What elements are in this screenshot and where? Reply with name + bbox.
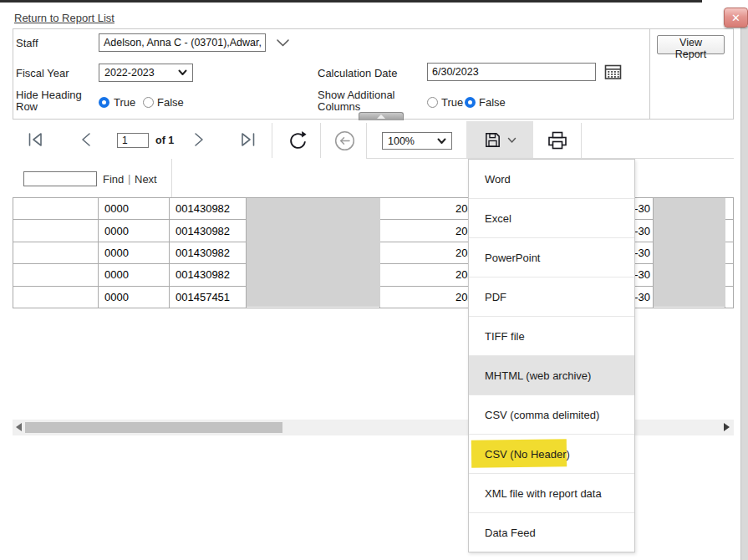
toolbar-divider — [272, 123, 272, 158]
export-menu-item-xml[interactable]: XML file with report data — [469, 473, 634, 512]
scroll-right-arrow-icon[interactable] — [724, 423, 730, 431]
toolbar-divider — [581, 123, 582, 158]
table-cell — [725, 287, 734, 308]
first-page-button[interactable] — [28, 132, 44, 147]
table-cell — [725, 198, 734, 220]
calendar-icon[interactable] — [604, 64, 622, 80]
staff-dropdown-chevron-icon[interactable] — [276, 38, 290, 48]
export-menu-item-word[interactable]: Word — [469, 160, 634, 198]
table-cell: 001430982 — [170, 242, 247, 264]
show-additional-columns-label: Show Additional Columns — [318, 89, 395, 113]
collapse-parameters-tab[interactable] — [359, 112, 404, 120]
last-page-button[interactable] — [239, 132, 256, 147]
show-additional-true-radio[interactable] — [427, 97, 438, 108]
table-cell: 0000 — [99, 242, 170, 264]
hide-heading-row-label: Hide Heading Row — [16, 89, 82, 113]
table-cell — [13, 264, 99, 286]
save-floppy-icon — [483, 130, 502, 150]
table-cell — [725, 242, 734, 264]
export-menu-item-excel[interactable]: Excel — [469, 198, 634, 237]
table-cell — [13, 287, 99, 308]
show-additional-false-radio[interactable] — [465, 97, 476, 108]
scroll-left-arrow-icon[interactable] — [16, 423, 22, 431]
redaction-block — [654, 198, 725, 307]
show-additional-false-label: False — [479, 97, 506, 109]
select-chevron-icon — [437, 138, 446, 145]
table-cell: 001430982 — [170, 198, 247, 220]
show-additional-true-label: True — [441, 97, 463, 109]
previous-page-button[interactable] — [80, 132, 92, 147]
redaction-block — [247, 198, 380, 307]
table-cell — [725, 264, 734, 286]
table-cell: 0000 — [99, 198, 170, 220]
fiscal-year-label: Fiscal Year — [16, 68, 69, 79]
fiscal-year-select[interactable]: 2022-2023 — [99, 64, 193, 82]
close-button[interactable]: ✕ — [724, 8, 748, 28]
collapse-up-arrow-icon — [377, 115, 385, 119]
hide-heading-true-radio[interactable] — [99, 97, 109, 108]
table-cell: 0000 — [99, 264, 170, 286]
print-button[interactable] — [533, 121, 581, 159]
hide-heading-false-label: False — [157, 97, 184, 109]
return-to-report-list-link[interactable]: Return to Report List — [14, 12, 114, 24]
window-top-border — [0, 0, 702, 3]
table-cell — [13, 198, 99, 220]
zoom-value: 100% — [388, 135, 415, 147]
page-vertical-scrollbar[interactable] — [740, 26, 748, 560]
table-cell: 0000 — [99, 287, 170, 308]
printer-icon — [547, 130, 568, 150]
find-section-divider — [171, 159, 172, 197]
view-report-button[interactable]: View Report — [657, 35, 725, 54]
close-icon: ✕ — [731, 12, 740, 24]
chevron-down-icon — [507, 137, 516, 144]
parameters-panel-divider — [649, 29, 650, 119]
horizontal-scrollbar-thumb[interactable] — [25, 422, 282, 433]
table-cell: 001457451 — [170, 287, 247, 308]
table-cell — [13, 242, 99, 264]
export-menu-item-data-feed[interactable]: Data Feed — [469, 512, 634, 552]
export-menu-item-tiff[interactable]: TIFF file — [469, 316, 634, 355]
back-to-parent-report-button[interactable] — [334, 130, 355, 151]
table-cell — [13, 220, 99, 242]
hide-heading-false-radio[interactable] — [143, 97, 154, 108]
toolbar-divider — [320, 123, 321, 158]
find-text-input[interactable] — [23, 171, 97, 186]
hide-heading-true-label: True — [114, 97, 135, 109]
refresh-button[interactable] — [287, 130, 308, 151]
export-menu-item-mhtml[interactable]: MHTML (web archive) — [469, 355, 634, 395]
table-cell: 001430982 — [170, 264, 247, 286]
export-menu-item-csv[interactable]: CSV (comma delimited) — [469, 395, 634, 434]
table-cell: 0000 — [99, 220, 170, 242]
export-menu-item-pdf[interactable]: PDF — [469, 277, 634, 316]
find-button[interactable]: Find — [103, 173, 124, 186]
find-next-separator: | — [128, 172, 130, 185]
calculation-date-input[interactable]: 6/30/2023 — [427, 63, 596, 81]
table-cell — [725, 220, 734, 242]
zoom-select[interactable]: 100% — [382, 132, 452, 150]
select-chevron-icon — [178, 69, 187, 76]
export-menu: Word Excel PowerPoint PDF TIFF file MHTM… — [468, 159, 635, 552]
toolbar-divider — [366, 123, 367, 158]
find-next-button[interactable]: Next — [135, 173, 157, 186]
export-save-button[interactable] — [466, 121, 533, 159]
export-menu-item-powerpoint[interactable]: PowerPoint — [469, 237, 634, 277]
next-page-button[interactable] — [193, 132, 205, 147]
page-of-label: of 1 — [155, 135, 174, 146]
table-cell: 001430982 — [170, 220, 247, 242]
fiscal-year-value: 2022-2023 — [104, 67, 155, 79]
export-menu-item-csv-no-header[interactable]: CSV (No Header) — [469, 434, 634, 473]
page-number-input[interactable] — [117, 133, 149, 148]
staff-input[interactable]: Adelson, Anna C - (03701),Adwar, D — [99, 33, 266, 52]
report-viewer-dialog: ✕ Return to Report List View Report Staf… — [0, 0, 748, 560]
calculation-date-label: Calculation Date — [318, 68, 397, 79]
staff-label: Staff — [16, 38, 38, 49]
